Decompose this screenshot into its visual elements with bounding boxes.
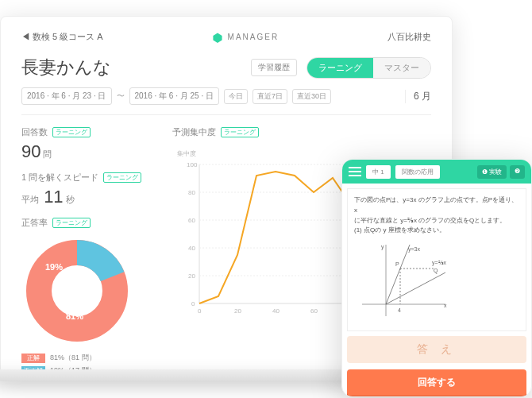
quick-30days[interactable]: 直近30日 xyxy=(292,89,331,104)
answer-input[interactable]: 答 え xyxy=(347,336,526,363)
chart-title: 予測集中度 ラーニング xyxy=(172,126,431,138)
svg-text:x: x xyxy=(444,303,447,308)
svg-text:y: y xyxy=(381,244,384,250)
chart-title-text: 予測集中度 xyxy=(172,126,216,138)
svg-text:Q: Q xyxy=(434,268,438,274)
problem-graph-icon: x y y=3x y=⅔x P Q 4 xyxy=(354,241,449,320)
legend-correct: 正解 81%（81 問） xyxy=(21,353,148,363)
topbar: ◀ 数検 5 級コース A MANAGER 八百比耕史 xyxy=(21,31,431,51)
svg-marker-0 xyxy=(213,33,222,43)
crumb-grade[interactable]: 中 1 xyxy=(366,165,391,179)
problem-line-3: (1) 点Qの y 座標を求めなさい。 xyxy=(354,226,519,236)
svg-text:y=⅔x: y=⅔x xyxy=(432,260,447,266)
crumb-topic[interactable]: 関数の応用 xyxy=(395,165,440,179)
swatch-correct: 正解 xyxy=(21,354,45,363)
brand: MANAGER xyxy=(212,32,279,43)
speed-unit: 秒 xyxy=(66,195,75,204)
correct-percent: 81% xyxy=(66,311,83,321)
header-btn-1[interactable]: ❶ 実験 xyxy=(477,165,507,179)
svg-text:0: 0 xyxy=(198,307,202,315)
month-label: 6 月 xyxy=(405,90,431,103)
submit-answer-button[interactable]: 回答する xyxy=(347,369,526,396)
date-separator: 〜 xyxy=(117,91,125,102)
answers-label-text: 回答数 xyxy=(21,126,48,138)
tablet-frame: 中 1 関数の応用 ❶ 実験 ❷ 下の図の点Pは、y=3x のグラフ上の点です。… xyxy=(341,159,532,397)
back-link[interactable]: ◀ 数検 5 級コース A xyxy=(21,31,103,43)
svg-text:20: 20 xyxy=(188,272,195,280)
svg-text:0: 0 xyxy=(191,300,195,307)
svg-line-23 xyxy=(386,245,410,304)
speed-prefix: 平均 xyxy=(21,195,39,204)
speed-number: 11 xyxy=(44,187,63,207)
svg-text:20: 20 xyxy=(234,307,241,315)
tablet-header-buttons: ❶ 実験 ❷ xyxy=(477,165,525,179)
speed-label-text: 1 問を解くスピード xyxy=(21,172,98,184)
svg-text:80: 80 xyxy=(188,189,195,196)
speed-value: 平均 11秒 xyxy=(21,187,148,207)
header-btn-2[interactable]: ❷ xyxy=(510,165,525,179)
y-axis-label: 集中度 xyxy=(177,150,196,157)
accuracy-donut: 81% 19% xyxy=(21,235,133,346)
svg-text:y=3x: y=3x xyxy=(408,246,420,253)
mode-controls: 学習履歴 ラーニング マスター xyxy=(251,57,431,79)
learning-tag: ラーニング xyxy=(221,127,259,137)
page-title: 長妻かんな xyxy=(21,56,111,79)
svg-text:4: 4 xyxy=(398,307,401,313)
svg-text:40: 40 xyxy=(272,307,279,315)
page-header: 長妻かんな 学習履歴 ラーニング マスター xyxy=(21,56,431,79)
quick-today[interactable]: 今日 xyxy=(224,89,248,104)
mode-master[interactable]: マスター xyxy=(373,58,430,78)
tablet-header: 中 1 関数の応用 ❶ 実験 ❷ xyxy=(342,160,531,184)
problem-card: 下の図の点Pは、y=3x のグラフ上の点です。点Pを通り、x に平行な直線と y… xyxy=(347,188,526,331)
answers-unit: 問 xyxy=(43,149,52,159)
learning-tag: ラーニング xyxy=(52,218,91,228)
svg-text:60: 60 xyxy=(310,307,318,315)
quick-7days[interactable]: 直近7日 xyxy=(253,89,287,104)
answers-label: 回答数 ラーニング xyxy=(21,126,148,138)
donut-chart-icon xyxy=(21,235,133,346)
speed-label: 1 問を解くスピード ラーニング xyxy=(21,172,148,184)
brand-logo-icon xyxy=(212,32,223,43)
learning-tag: ラーニング xyxy=(52,127,91,137)
date-from[interactable]: 2016 · 年 6 · 月 23 · 日 xyxy=(21,87,112,105)
accuracy-label: 正答率 ラーニング xyxy=(21,217,148,229)
answers-number: 90 xyxy=(21,141,40,161)
history-button[interactable]: 学習履歴 xyxy=(251,59,297,76)
problem-line-2: に平行な直線と y=⅔x のグラフの交点をQとします。 xyxy=(354,216,519,226)
learning-tag: ラーニング xyxy=(103,172,141,183)
legend-correct-text: 81%（81 問） xyxy=(50,353,96,363)
mode-learning[interactable]: ラーニング xyxy=(307,58,373,78)
date-filter-row: 2016 · 年 6 · 月 23 · 日 〜 2016 · 年 6 · 月 2… xyxy=(21,87,431,115)
brand-text: MANAGER xyxy=(228,33,279,41)
svg-text:100: 100 xyxy=(187,161,198,168)
user-name[interactable]: 八百比耕史 xyxy=(387,31,431,43)
problem-line-1: 下の図の点Pは、y=3x のグラフ上の点です。点Pを通り、x xyxy=(354,195,519,216)
svg-text:40: 40 xyxy=(188,245,195,252)
hamburger-icon[interactable] xyxy=(349,167,361,176)
date-to[interactable]: 2016 · 年 6 · 月 25 · 日 xyxy=(129,87,220,105)
accuracy-label-text: 正答率 xyxy=(21,217,48,229)
svg-line-24 xyxy=(386,272,445,304)
incorrect-percent: 19% xyxy=(45,262,63,272)
svg-text:P: P xyxy=(395,261,399,267)
answers-value: 90問 xyxy=(21,141,148,162)
mode-toggle[interactable]: ラーニング マスター xyxy=(306,57,431,79)
svg-text:60: 60 xyxy=(188,217,195,224)
stats-column: 回答数 ラーニング 90問 1 問を解くスピード ラーニング 平均 11秒 正答… xyxy=(21,126,148,378)
